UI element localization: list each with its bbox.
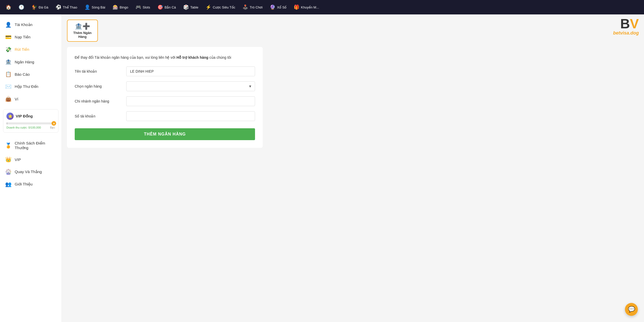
nav-bingo[interactable]: 🎰 Bingo: [109, 3, 131, 12]
submit-them-ngan-hang-button[interactable]: THÊM NGÂN HÀNG: [75, 128, 255, 140]
sidebar-label-rut-tien: Rút Tiền: [15, 47, 29, 52]
nav-table-label: Table: [190, 5, 198, 9]
wallet-icon: 👜: [5, 96, 12, 102]
form-row-chi-nhanh: Chi nhánh ngân hàng: [75, 96, 255, 106]
slots-icon: 🎮: [135, 5, 141, 10]
nav-da-ga[interactable]: 🐓 Đá Gà: [28, 3, 52, 12]
select-ngan-hang[interactable]: [126, 81, 255, 91]
card-tabs: 🏦➕ Thêm NgânHàng: [67, 20, 639, 42]
user-icon: 👤: [5, 22, 12, 28]
the-thao-icon: ⚽: [56, 5, 61, 10]
nav-xo-so-label: Xổ Số: [277, 5, 286, 9]
nav-cuoc-sieu-toc[interactable]: ⚡ Cược Siêu Tốc: [202, 3, 238, 12]
label-chi-nhanh: Chi nhánh ngân hàng: [75, 99, 121, 103]
nav-tro-choi[interactable]: 🕹️ Trò Chơi: [239, 3, 266, 12]
sidebar-item-rut-tien[interactable]: 💸 Rút Tiền: [0, 43, 62, 56]
logo-v: V: [630, 16, 639, 31]
sidebar-label-vi: Ví: [15, 97, 18, 101]
nav-khuyen-m[interactable]: 🎁 Khuyến M...: [291, 3, 322, 12]
input-so-tai-khoan[interactable]: [126, 111, 255, 121]
table-icon: 🎲: [183, 5, 189, 10]
input-chi-nhanh[interactable]: [126, 96, 255, 106]
sidebar-label-gioi-thieu: Giới Thiệu: [15, 182, 32, 187]
add-bank-tab-icon: 🏦➕: [73, 23, 92, 30]
sidebar-item-ngan-hang[interactable]: 🏦 Ngân Hàng: [0, 56, 62, 68]
nav-khuyen-m-label: Khuyến M...: [301, 5, 319, 9]
top-navigation: 🏠 🕐 🐓 Đá Gà ⚽ Thể Thao 👤 Sòng Bài 🎰 Bing…: [0, 0, 644, 14]
da-ga-icon: 🐓: [31, 5, 37, 10]
vip-level-label: VIP Đồng: [16, 114, 33, 118]
history-icon: 🕐: [19, 5, 24, 10]
sidebar-item-vip[interactable]: 👑 VIP: [0, 153, 62, 166]
vip-next-level: Bạc: [50, 126, 55, 129]
select-wrapper-ngan-hang: ▼: [126, 81, 255, 91]
label-ten-tai-khoan: Tên tài khoản: [75, 69, 121, 73]
sidebar-label-chinh-sach: Chính Sách Điểm Thưởng: [15, 141, 56, 150]
label-chon-ngan-hang: Chọn ngân hàng: [75, 84, 121, 88]
song-bai-icon: 👤: [84, 5, 90, 10]
form-card: Để thay đổi Tài khoản ngân hàng của bạn,…: [67, 47, 263, 148]
sidebar-label-bao-cao: Báo Cáo: [15, 72, 30, 77]
nav-slots[interactable]: 🎮 Slots: [132, 3, 153, 12]
vip-section: ⭐ VIP Đồng ★ Doanh thu cược: 0/100,000 B…: [3, 109, 58, 133]
nav-cuoc-sieu-toc-label: Cược Siêu Tốc: [213, 5, 235, 9]
home-icon: 🏠: [6, 5, 11, 10]
sidebar-item-gioi-thieu[interactable]: 👥 Giới Thiệu: [0, 178, 62, 190]
form-notice-end: của chúng tôi: [209, 55, 231, 60]
nav-history[interactable]: 🕐: [15, 3, 27, 12]
sidebar-item-chinh-sach[interactable]: 🏅 Chính Sách Điểm Thưởng: [0, 138, 62, 153]
chat-button[interactable]: 💬: [625, 303, 638, 316]
vip-badge-icon: ⭐: [6, 113, 14, 120]
vip-progress-fill: [6, 122, 7, 124]
tab-them-ngan-hang[interactable]: 🏦➕ Thêm NgânHàng: [67, 20, 98, 42]
nav-home[interactable]: 🏠: [3, 3, 14, 12]
spin-icon: 🎡: [5, 169, 12, 175]
form-notice: Để thay đổi Tài khoản ngân hàng của bạn,…: [75, 55, 255, 60]
form-row-chon-ngan-hang: Chọn ngân hàng ▼: [75, 81, 255, 91]
withdraw-icon: 💸: [5, 46, 12, 53]
vip-labels: Doanh thu cược: 0/100,000 Bạc: [6, 126, 55, 129]
logo-b: B: [620, 16, 630, 31]
nav-the-thao[interactable]: ⚽ Thể Thao: [53, 3, 80, 12]
bank-icon: 🏦: [5, 59, 12, 65]
sidebar-label-hop-thu-den: Hộp Thư Đến: [15, 84, 38, 89]
main-content: BV betvisa.dog 🏦➕ Thêm NgânHàng Để thay …: [62, 14, 644, 322]
vip-progress-text: Doanh thu cược: 0/100,000: [6, 126, 41, 129]
nav-ban-ca[interactable]: 🎯 Bắn Cá: [154, 3, 179, 12]
sidebar-item-tai-khoan[interactable]: 👤 Tài Khoản: [0, 19, 62, 31]
nav-the-thao-label: Thể Thao: [63, 5, 77, 9]
sidebar-label-quay-va-thang: Quay Và Thắng: [15, 170, 42, 174]
sidebar-footer: 🏅 Chính Sách Điểm Thưởng 👑 VIP 🎡 Quay Và…: [0, 138, 62, 190]
report-icon: 📋: [5, 71, 12, 77]
sidebar-label-tai-khoan: Tài Khoản: [15, 22, 32, 27]
form-notice-bold: Hỗ trợ khách hàng: [176, 55, 208, 60]
nav-bingo-label: Bingo: [120, 5, 128, 9]
input-ten-tai-khoan[interactable]: [126, 66, 255, 76]
tab-them-ngan-hang-label: Thêm NgânHàng: [73, 31, 92, 39]
nav-song-bai[interactable]: 👤 Sòng Bài: [81, 3, 108, 12]
deposit-icon: 💳: [5, 34, 12, 40]
sidebar-item-bao-cao[interactable]: 📋 Báo Cáo: [0, 68, 62, 80]
sidebar-item-hop-thu-den[interactable]: ✉️ Hộp Thư Đến: [0, 80, 62, 93]
logo-domain: betvisa.dog: [613, 30, 639, 36]
sidebar: 👤 Tài Khoản 💳 Nạp Tiền 💸 Rút Tiền 🏦 Ngân…: [0, 14, 62, 322]
nav-ban-ca-label: Bắn Cá: [165, 5, 176, 9]
vip-star-icon: ★: [52, 121, 56, 126]
ban-ca-icon: 🎯: [157, 5, 163, 10]
nav-table[interactable]: 🎲 Table: [180, 3, 201, 12]
nav-da-ga-label: Đá Gà: [39, 5, 48, 9]
sidebar-item-vi[interactable]: 👜 Ví: [0, 93, 62, 105]
nav-xo-so[interactable]: 🔮 Xổ Số: [267, 3, 290, 12]
form-row-so-tai-khoan: Số tài khoản: [75, 111, 255, 121]
sidebar-label-ngan-hang: Ngân Hàng: [15, 60, 34, 64]
inbox-icon: ✉️: [5, 83, 12, 90]
sidebar-item-nap-tien[interactable]: 💳 Nạp Tiền: [0, 31, 62, 43]
sidebar-item-quay-va-thang[interactable]: 🎡 Quay Và Thắng: [0, 166, 62, 178]
nav-song-bai-label: Sòng Bài: [92, 5, 105, 9]
label-so-tai-khoan: Số tài khoản: [75, 114, 121, 118]
sidebar-label-nap-tien: Nạp Tiền: [15, 35, 30, 39]
logo-letters: BV: [613, 17, 639, 30]
nav-slots-label: Slots: [143, 5, 150, 9]
tro-choi-icon: 🕹️: [242, 5, 248, 10]
chat-icon: 💬: [628, 306, 635, 313]
